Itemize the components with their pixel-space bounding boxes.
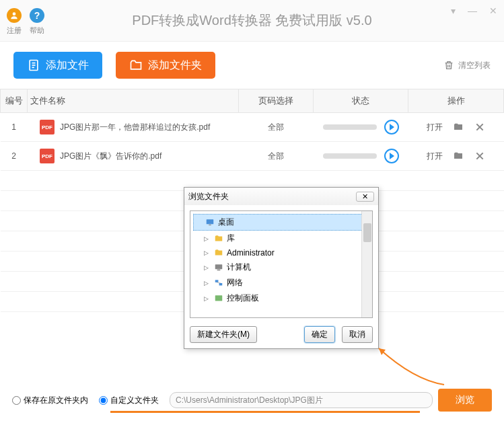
cell-page[interactable]: 全部 [238,142,313,171]
col-name: 文件名称 [28,89,238,113]
cell-num: 1 [1,113,28,142]
col-page: 页码选择 [238,89,313,113]
dialog-body: 桌面▷ 库▷ Administrator▷ 计算机▷ 网络▷ 控制面板 新建文件… [184,205,378,348]
svg-marker-17 [379,348,386,355]
tree-node[interactable]: 桌面 [193,214,369,231]
path-input[interactable] [170,392,433,408]
tree-node[interactable]: ▷ Administrator [193,246,369,260]
radio-custom[interactable] [99,396,108,405]
clear-list-label: 清空列表 [458,60,491,71]
open-link[interactable]: 打开 [427,151,443,162]
toolbar: 添加文件 添加文件夹 清空列表 [0,42,504,89]
play-button[interactable] [384,120,399,134]
play-button[interactable] [384,149,399,163]
cell-page[interactable]: 全部 [238,113,313,142]
svg-rect-13 [215,280,219,282]
expand-icon[interactable]: ▷ [204,264,211,271]
svg-rect-12 [217,269,221,270]
library-icon [213,234,224,243]
scrollbar[interactable] [361,211,372,317]
tree-node[interactable]: ▷ 网络 [193,275,369,291]
bottom-bar: 保存在原文件夹内 自定义文件夹 浏览 [0,389,504,412]
cell-ops: 打开 [408,113,504,142]
pdf-icon: PDF [40,120,55,134]
user-icon [7,8,22,23]
help-icon: ? [30,8,44,23]
add-folder-button[interactable]: 添加文件夹 [116,52,215,79]
col-num: 编号 [1,89,28,113]
cell-ops: 打开 [408,142,504,171]
register-label: 注册 [7,26,22,36]
tree-node[interactable]: ▷ 控制面板 [193,291,369,306]
svg-rect-11 [215,264,223,269]
file-name: JPG图片那一年，他曾那样追过的女孩.pdf [60,122,210,133]
user-icon [213,248,224,258]
custom-folder-radio[interactable]: 自定义文件夹 [99,395,159,406]
control-icon [213,294,224,303]
svg-rect-9 [207,219,214,224]
file-icon [27,59,40,72]
table-row[interactable]: 1 PDF JPG图片那一年，他曾那样追过的女孩.pdf 全部 打开 [1,113,504,142]
radio-original[interactable] [12,396,21,405]
trash-icon [443,59,454,71]
add-file-button[interactable]: 添加文件 [13,52,102,79]
cell-status [313,142,408,171]
svg-rect-14 [219,283,223,286]
dialog-close-button[interactable]: ✕ [356,192,374,202]
scrollbar-thumb[interactable] [363,223,371,242]
register-button[interactable]: 注册 [7,5,22,36]
delete-icon[interactable] [474,151,486,161]
file-name: JPG图片《飘》告诉你的.pdf [60,151,161,162]
save-original-label: 保存在原文件夹内 [24,395,88,406]
folder-icon [129,59,143,72]
expand-icon[interactable]: ▷ [204,295,211,302]
pdf-icon: PDF [40,149,55,163]
ok-button[interactable]: 确定 [304,326,335,343]
titlebar: 注册 ? 帮助 PDF转换成Word转换器 免费试用版 v5.0 ▾ — ✕ [0,0,504,42]
open-link[interactable]: 打开 [427,122,443,133]
close-icon[interactable]: ✕ [489,5,497,16]
cell-name: PDF JPG图片那一年，他曾那样追过的女孩.pdf [28,113,238,142]
dialog-titlebar[interactable]: 浏览文件夹 ✕ [184,188,378,205]
computer-icon [213,263,224,272]
browse-folder-dialog: 浏览文件夹 ✕ 桌面▷ 库▷ Administrator▷ 计算机▷ 网络▷ 控… [184,187,379,349]
cancel-button[interactable]: 取消 [342,326,373,343]
tree-label: 网络 [227,277,243,288]
custom-folder-label: 自定义文件夹 [110,395,159,406]
save-original-radio[interactable]: 保存在原文件夹内 [12,395,88,406]
annotation-underline [110,411,420,413]
help-button[interactable]: ? 帮助 [30,5,44,36]
expand-icon[interactable]: ▷ [204,235,211,242]
minimize-icon[interactable]: — [468,5,477,16]
expand-icon[interactable]: ▷ [204,249,211,256]
svg-point-0 [13,12,16,15]
open-folder-icon[interactable] [452,122,464,132]
annotation-arrow [373,343,454,390]
window-controls: ▾ — ✕ [451,5,497,16]
delete-icon[interactable] [474,122,486,132]
svg-rect-10 [209,224,211,225]
tree-label: 控制面板 [227,293,259,304]
dialog-title: 浏览文件夹 [188,191,229,202]
help-label: 帮助 [30,26,44,36]
folder-tree[interactable]: 桌面▷ 库▷ Administrator▷ 计算机▷ 网络▷ 控制面板 [190,210,373,318]
dialog-buttons: 新建文件夹(M) 确定 取消 [190,326,373,343]
new-folder-button[interactable]: 新建文件夹(M) [190,326,257,343]
cell-name: PDF JPG图片《飘》告诉你的.pdf [28,142,238,171]
tree-label: 桌面 [218,217,234,228]
browse-button[interactable]: 浏览 [438,389,492,412]
tree-label: 库 [227,233,235,244]
svg-line-15 [217,282,221,282]
open-folder-icon[interactable] [452,151,464,161]
tree-label: 计算机 [227,262,251,273]
tree-node[interactable]: ▷ 计算机 [193,260,369,275]
add-folder-label: 添加文件夹 [148,59,202,73]
progress-bar [323,153,377,159]
table-row[interactable]: 2 PDF JPG图片《飘》告诉你的.pdf 全部 打开 [1,142,504,171]
cell-status [313,113,408,142]
expand-icon[interactable]: ▷ [204,280,211,286]
app-title: PDF转换成Word转换器 免费试用版 v5.0 [132,11,371,30]
dropdown-icon[interactable]: ▾ [451,5,456,16]
clear-list-button[interactable]: 清空列表 [443,59,491,71]
tree-node[interactable]: ▷ 库 [193,231,369,246]
